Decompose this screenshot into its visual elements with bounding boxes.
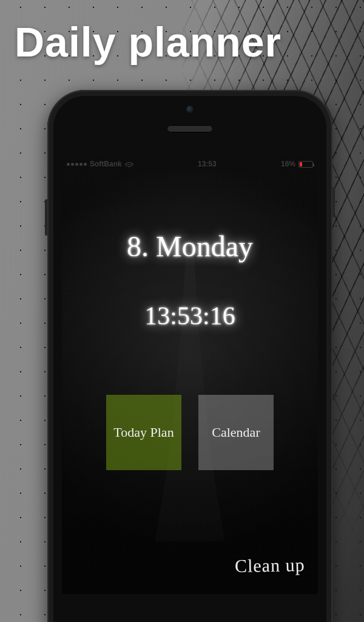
today-plan-button[interactable]: Today Plan [106,395,181,470]
status-bar: SoftBank 13:53 16% [62,157,318,171]
current-date: 8. Monday [62,230,318,263]
carrier-label: SoftBank [90,160,122,168]
phone-screen: SoftBank 13:53 16% 8. Monday 13:53:16 To… [62,157,318,594]
status-clock: 13:53 [198,160,217,168]
front-camera-icon [186,106,194,113]
home-tiles: Today Plan Calendar [106,395,274,470]
phone-device-frame: SoftBank 13:53 16% 8. Monday 13:53:16 To… [47,90,332,622]
calendar-button[interactable]: Calendar [198,395,274,470]
eiffel-tower-decor [135,236,244,542]
wifi-icon [125,161,133,167]
battery-icon [298,161,313,168]
earpiece-speaker-icon [167,125,213,132]
cleanup-button[interactable]: Clean up [234,555,305,576]
current-time: 13:53:16 [62,301,318,330]
battery-percent: 16% [281,160,295,168]
signal-strength-icon [67,163,87,166]
page-title: Daily planner [15,18,281,66]
